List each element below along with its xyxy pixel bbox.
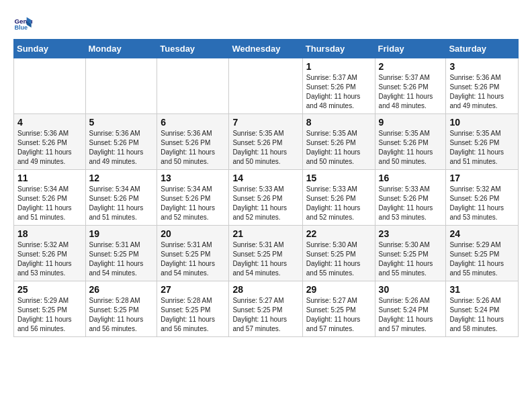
day-info: Sunrise: 5:33 AM Sunset: 5:26 PM Dayligh… — [379, 185, 443, 222]
day-info: Sunrise: 5:34 AM Sunset: 5:26 PM Dayligh… — [161, 185, 225, 222]
day-number: 2 — [379, 61, 443, 72]
calendar-cell: 1Sunrise: 5:37 AM Sunset: 5:26 PM Daylig… — [302, 58, 375, 114]
svg-text:Blue: Blue — [14, 24, 28, 31]
day-number: 29 — [306, 284, 371, 295]
logo-icon: General Blue — [13, 13, 32, 32]
day-number: 10 — [449, 117, 515, 128]
day-info: Sunrise: 5:31 AM Sunset: 5:25 PM Dayligh… — [232, 240, 298, 278]
calendar-cell: 24Sunrise: 5:29 AM Sunset: 5:25 PM Dayli… — [446, 226, 519, 281]
calendar-cell: 10Sunrise: 5:35 AM Sunset: 5:26 PM Dayli… — [446, 114, 519, 170]
day-info: Sunrise: 5:27 AM Sunset: 5:25 PM Dayligh… — [306, 296, 371, 334]
day-info: Sunrise: 5:35 AM Sunset: 5:26 PM Dayligh… — [306, 129, 371, 167]
day-info: Sunrise: 5:33 AM Sunset: 5:26 PM Dayligh… — [306, 185, 371, 222]
day-info: Sunrise: 5:37 AM Sunset: 5:26 PM Dayligh… — [379, 73, 443, 111]
calendar-cell: 13Sunrise: 5:34 AM Sunset: 5:26 PM Dayli… — [157, 170, 229, 226]
day-number: 21 — [232, 228, 298, 239]
day-info: Sunrise: 5:35 AM Sunset: 5:26 PM Dayligh… — [449, 129, 515, 167]
day-info: Sunrise: 5:36 AM Sunset: 5:26 PM Dayligh… — [161, 129, 225, 167]
day-info: Sunrise: 5:34 AM Sunset: 5:26 PM Dayligh… — [17, 185, 82, 222]
day-info: Sunrise: 5:36 AM Sunset: 5:26 PM Dayligh… — [89, 129, 154, 167]
day-info: Sunrise: 5:37 AM Sunset: 5:26 PM Dayligh… — [306, 73, 371, 111]
day-number: 17 — [449, 173, 515, 183]
day-number: 7 — [232, 117, 298, 128]
calendar-cell: 22Sunrise: 5:30 AM Sunset: 5:25 PM Dayli… — [302, 226, 375, 281]
day-info: Sunrise: 5:32 AM Sunset: 5:26 PM Dayligh… — [449, 185, 515, 222]
calendar-cell: 25Sunrise: 5:29 AM Sunset: 5:25 PM Dayli… — [14, 281, 86, 337]
calendar-cell: 7Sunrise: 5:35 AM Sunset: 5:26 PM Daylig… — [229, 114, 302, 170]
day-info: Sunrise: 5:36 AM Sunset: 5:26 PM Dayligh… — [449, 73, 515, 111]
calendar-cell: 4Sunrise: 5:36 AM Sunset: 5:26 PM Daylig… — [14, 114, 86, 170]
calendar-cell: 30Sunrise: 5:26 AM Sunset: 5:24 PM Dayli… — [375, 281, 446, 337]
calendar-cell: 21Sunrise: 5:31 AM Sunset: 5:25 PM Dayli… — [229, 226, 302, 281]
day-number: 25 — [17, 284, 82, 295]
calendar-cell — [157, 58, 229, 114]
calendar-cell: 8Sunrise: 5:35 AM Sunset: 5:26 PM Daylig… — [302, 114, 375, 170]
day-info: Sunrise: 5:31 AM Sunset: 5:25 PM Dayligh… — [89, 240, 154, 278]
calendar-cell: 19Sunrise: 5:31 AM Sunset: 5:25 PM Dayli… — [85, 226, 157, 281]
weekday-header-monday: Monday — [85, 40, 157, 58]
day-info: Sunrise: 5:35 AM Sunset: 5:26 PM Dayligh… — [379, 129, 443, 167]
calendar-cell: 6Sunrise: 5:36 AM Sunset: 5:26 PM Daylig… — [157, 114, 229, 170]
calendar-table: SundayMondayTuesdayWednesdayThursdayFrid… — [13, 39, 519, 337]
day-info: Sunrise: 5:26 AM Sunset: 5:24 PM Dayligh… — [449, 296, 515, 334]
page-header: General Blue — [13, 13, 519, 32]
calendar-cell: 12Sunrise: 5:34 AM Sunset: 5:26 PM Dayli… — [85, 170, 157, 226]
day-number: 11 — [17, 173, 82, 183]
calendar-cell: 26Sunrise: 5:28 AM Sunset: 5:25 PM Dayli… — [85, 281, 157, 337]
weekday-header-saturday: Saturday — [446, 40, 519, 58]
calendar-cell: 17Sunrise: 5:32 AM Sunset: 5:26 PM Dayli… — [446, 170, 519, 226]
day-number: 4 — [17, 117, 82, 128]
day-number: 5 — [89, 117, 154, 128]
day-number: 27 — [161, 284, 225, 295]
day-info: Sunrise: 5:30 AM Sunset: 5:25 PM Dayligh… — [379, 240, 443, 278]
calendar-cell: 3Sunrise: 5:36 AM Sunset: 5:26 PM Daylig… — [446, 58, 519, 114]
calendar-cell: 5Sunrise: 5:36 AM Sunset: 5:26 PM Daylig… — [85, 114, 157, 170]
day-info: Sunrise: 5:34 AM Sunset: 5:26 PM Dayligh… — [89, 185, 154, 222]
day-number: 28 — [232, 284, 298, 295]
day-number: 1 — [306, 61, 371, 72]
day-number: 23 — [379, 228, 443, 239]
weekday-header-thursday: Thursday — [302, 40, 375, 58]
day-number: 19 — [89, 228, 154, 239]
day-number: 18 — [17, 228, 82, 239]
day-info: Sunrise: 5:27 AM Sunset: 5:25 PM Dayligh… — [232, 296, 298, 334]
day-number: 24 — [449, 228, 515, 239]
calendar-cell: 11Sunrise: 5:34 AM Sunset: 5:26 PM Dayli… — [14, 170, 86, 226]
day-info: Sunrise: 5:28 AM Sunset: 5:25 PM Dayligh… — [89, 296, 154, 334]
day-number: 9 — [379, 117, 443, 128]
calendar-cell — [229, 58, 302, 114]
calendar-cell: 28Sunrise: 5:27 AM Sunset: 5:25 PM Dayli… — [229, 281, 302, 337]
calendar-cell: 2Sunrise: 5:37 AM Sunset: 5:26 PM Daylig… — [375, 58, 446, 114]
day-number: 20 — [161, 228, 225, 239]
calendar-cell: 16Sunrise: 5:33 AM Sunset: 5:26 PM Dayli… — [375, 170, 446, 226]
calendar-cell: 14Sunrise: 5:33 AM Sunset: 5:26 PM Dayli… — [229, 170, 302, 226]
day-number: 30 — [379, 284, 443, 295]
calendar-cell: 29Sunrise: 5:27 AM Sunset: 5:25 PM Dayli… — [302, 281, 375, 337]
calendar-cell: 20Sunrise: 5:31 AM Sunset: 5:25 PM Dayli… — [157, 226, 229, 281]
day-number: 6 — [161, 117, 225, 128]
day-info: Sunrise: 5:26 AM Sunset: 5:24 PM Dayligh… — [379, 296, 443, 334]
day-info: Sunrise: 5:29 AM Sunset: 5:25 PM Dayligh… — [449, 240, 515, 278]
day-number: 3 — [449, 61, 515, 72]
logo: General Blue — [13, 13, 36, 32]
day-info: Sunrise: 5:29 AM Sunset: 5:25 PM Dayligh… — [17, 296, 82, 334]
day-info: Sunrise: 5:33 AM Sunset: 5:26 PM Dayligh… — [232, 185, 298, 222]
day-number: 22 — [306, 228, 371, 239]
day-number: 31 — [449, 284, 515, 295]
day-number: 14 — [232, 173, 298, 183]
weekday-header-wednesday: Wednesday — [229, 40, 302, 58]
calendar-cell: 18Sunrise: 5:32 AM Sunset: 5:26 PM Dayli… — [14, 226, 86, 281]
calendar-cell: 15Sunrise: 5:33 AM Sunset: 5:26 PM Dayli… — [302, 170, 375, 226]
calendar-cell — [85, 58, 157, 114]
calendar-cell: 31Sunrise: 5:26 AM Sunset: 5:24 PM Dayli… — [446, 281, 519, 337]
calendar-cell — [14, 58, 86, 114]
day-info: Sunrise: 5:30 AM Sunset: 5:25 PM Dayligh… — [306, 240, 371, 278]
day-info: Sunrise: 5:28 AM Sunset: 5:25 PM Dayligh… — [161, 296, 225, 334]
weekday-header-friday: Friday — [375, 40, 446, 58]
weekday-header-tuesday: Tuesday — [157, 40, 229, 58]
calendar-cell: 27Sunrise: 5:28 AM Sunset: 5:25 PM Dayli… — [157, 281, 229, 337]
day-info: Sunrise: 5:32 AM Sunset: 5:26 PM Dayligh… — [17, 240, 82, 278]
day-number: 16 — [379, 173, 443, 183]
day-number: 8 — [306, 117, 371, 128]
calendar-cell: 9Sunrise: 5:35 AM Sunset: 5:26 PM Daylig… — [375, 114, 446, 170]
